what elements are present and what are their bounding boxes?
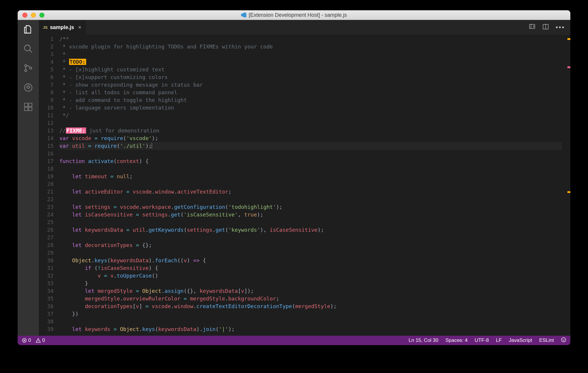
svg-rect-8: [24, 107, 28, 110]
code-line[interactable]: [59, 119, 566, 127]
cursor-position[interactable]: Ln 15, Col 30: [409, 337, 438, 343]
search-icon[interactable]: [23, 43, 34, 54]
extensions-icon[interactable]: [23, 102, 34, 112]
code-line[interactable]: v = v.toUpperCase(): [59, 272, 566, 280]
code-line[interactable]: [59, 150, 566, 157]
code-line[interactable]: *: [59, 51, 566, 58]
code-line[interactable]: //FIXME: just for demonstration: [59, 127, 566, 135]
code-line[interactable]: var vscode = require('vscode');: [59, 135, 566, 142]
line-number: 25: [39, 219, 54, 226]
code-content[interactable]: /** * vscode plugin for highlighting TOD…: [59, 35, 566, 336]
code-line[interactable]: let mergedStyle = Object.assign({}, keyw…: [59, 287, 566, 295]
code-line[interactable]: [59, 249, 566, 257]
line-number: 22: [39, 196, 54, 203]
code-line[interactable]: [59, 180, 566, 188]
editor-actions: •••: [529, 20, 570, 35]
split-editor-icon[interactable]: [542, 23, 549, 31]
code-line[interactable]: [59, 196, 566, 203]
line-number: 31: [39, 264, 54, 272]
tab-sample-js[interactable]: JS sample.js ×: [39, 20, 86, 35]
code-line[interactable]: * TODO:: [59, 58, 566, 66]
line-number: 26: [39, 226, 54, 234]
code-line[interactable]: mergedStyle.overviewRulerColor = mergedS…: [59, 295, 566, 303]
ruler-mark[interactable]: [567, 191, 570, 193]
code-line[interactable]: * vscode plugin for highlighting TODOs a…: [59, 43, 566, 51]
code-line[interactable]: [59, 318, 566, 325]
code-line[interactable]: let keywordsData = util.getKeywords(sett…: [59, 226, 566, 234]
code-line[interactable]: }): [59, 310, 566, 318]
close-window-button[interactable]: [22, 13, 27, 18]
todo-highlight: TODO:: [69, 59, 86, 65]
line-number: 14: [39, 135, 54, 142]
line-number: 7: [39, 81, 54, 89]
overview-ruler[interactable]: [566, 35, 570, 336]
code-line[interactable]: * - language servers implementation: [59, 104, 566, 112]
code-line[interactable]: let timeout = null;: [59, 173, 566, 180]
code-line[interactable]: Object.keys(keywordsData).forEach((v) =>…: [59, 257, 566, 264]
svg-point-3: [25, 70, 27, 72]
line-number: 3: [39, 51, 54, 58]
code-line[interactable]: let isCaseSensitive = settings.get('isCa…: [59, 211, 566, 219]
code-line[interactable]: let decorationTypes = {};: [59, 241, 566, 249]
code-line[interactable]: [59, 219, 566, 226]
eol[interactable]: LF: [496, 337, 502, 343]
line-number: 18: [39, 165, 54, 173]
svg-point-19: [563, 339, 563, 340]
errors-count: 0: [28, 337, 31, 343]
code-editor[interactable]: 1234567891011121314151617181920212223242…: [39, 35, 570, 336]
code-line[interactable]: * - add command to toggle the highlight: [59, 96, 566, 104]
open-preview-icon[interactable]: [529, 23, 536, 31]
indentation[interactable]: Spaces: 4: [445, 337, 468, 343]
code-line[interactable]: [59, 165, 566, 173]
line-number: 8: [39, 89, 54, 96]
titlebar: [Extension Development Host] - sample.js: [18, 10, 570, 20]
code-line[interactable]: function activate(context) {: [59, 157, 566, 165]
code-line[interactable]: let activeEditor = vscode.window.activeT…: [59, 188, 566, 196]
code-line[interactable]: let settings = vscode.workspace.getConfi…: [59, 203, 566, 211]
errors-badge[interactable]: 0: [22, 337, 31, 343]
js-file-icon: JS: [43, 25, 48, 30]
line-number: 19: [39, 173, 54, 180]
code-line[interactable]: if (!isCaseSensitive) {: [59, 264, 566, 272]
code-line[interactable]: /**: [59, 35, 566, 43]
more-actions-icon[interactable]: •••: [556, 23, 565, 31]
line-number: 12: [39, 119, 54, 127]
line-number: 4: [39, 58, 54, 66]
app-window: [Extension Development Host] - sample.js: [18, 10, 570, 345]
code-line[interactable]: let keywords = Object.keys(keywordsData)…: [59, 325, 566, 333]
line-number: 38: [39, 318, 54, 325]
line-number: 24: [39, 211, 54, 219]
explorer-icon[interactable]: [23, 24, 34, 35]
encoding[interactable]: UTF-8: [475, 337, 489, 343]
code-line[interactable]: * - [x]support customizing colors: [59, 73, 566, 81]
language-mode[interactable]: JavaScript: [509, 337, 532, 343]
linter-status[interactable]: ESLint: [539, 337, 554, 343]
feedback-icon[interactable]: [561, 337, 566, 344]
warnings-count: 0: [42, 337, 45, 343]
editor-area: JS sample.js × ••• 123456789101112131415…: [39, 20, 570, 336]
svg-point-4: [30, 67, 32, 69]
code-line[interactable]: * - show corresponding message in status…: [59, 81, 566, 89]
code-line[interactable]: * - [x]highlight customized text: [59, 66, 566, 73]
minimize-window-button[interactable]: [31, 13, 36, 18]
line-number: 33: [39, 280, 54, 287]
svg-point-20: [564, 339, 564, 340]
code-line[interactable]: [59, 234, 566, 241]
line-number: 37: [39, 310, 54, 318]
code-line[interactable]: decorationTypes[v] = vscode.window.creat…: [59, 303, 566, 310]
code-line[interactable]: * - list all todos in command pannel: [59, 89, 566, 96]
ruler-mark[interactable]: [567, 66, 570, 68]
warnings-badge[interactable]: 0: [36, 337, 45, 343]
debug-icon[interactable]: [23, 82, 34, 93]
ruler-mark[interactable]: [567, 38, 570, 40]
line-number: 28: [39, 241, 54, 249]
svg-point-18: [562, 337, 566, 342]
line-number: 35: [39, 295, 54, 303]
zoom-window-button[interactable]: [39, 13, 44, 18]
close-tab-icon[interactable]: ×: [78, 24, 81, 31]
line-number: 2: [39, 43, 54, 51]
source-control-icon[interactable]: [23, 63, 34, 73]
status-bar: 0 0 Ln 15, Col 30 Spaces: 4 UTF-8 LF Jav…: [18, 336, 570, 345]
code-line[interactable]: }: [59, 280, 566, 287]
code-line[interactable]: */: [59, 112, 566, 119]
